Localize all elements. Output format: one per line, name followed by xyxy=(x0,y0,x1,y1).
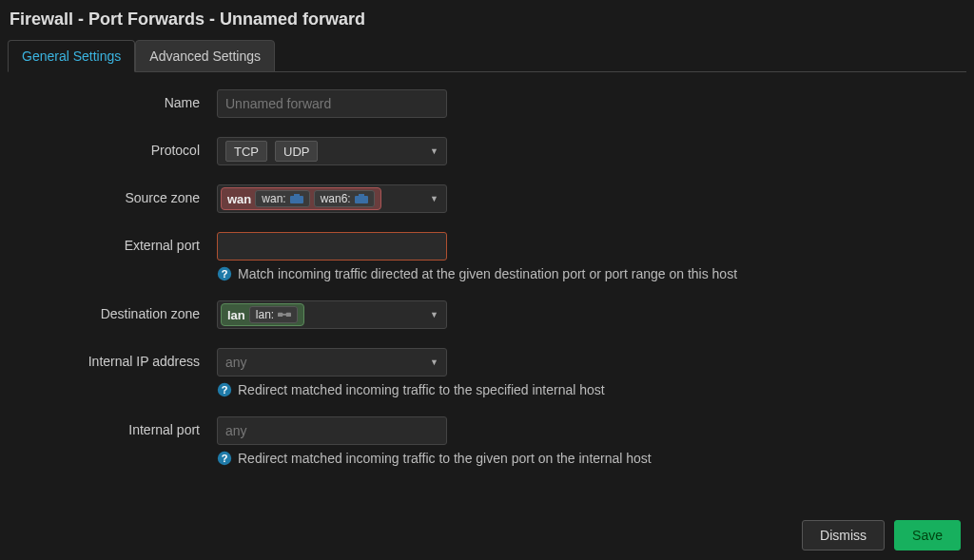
internal-port-label: Internal port xyxy=(8,416,217,437)
destination-zone-select[interactable]: lan lan: ▼ xyxy=(217,300,447,329)
tab-general-settings[interactable]: General Settings xyxy=(8,40,135,72)
chevron-down-icon: ▼ xyxy=(430,357,438,367)
svg-rect-3 xyxy=(359,194,364,197)
bridge-icon xyxy=(278,310,291,319)
protocol-chip-tcp: TCP xyxy=(225,141,267,162)
zone-name: lan xyxy=(227,308,245,322)
protocol-chip-udp: UDP xyxy=(275,141,318,162)
svg-rect-2 xyxy=(355,196,368,203)
internal-ip-hint: ? Redirect matched incoming traffic to t… xyxy=(217,382,966,397)
zone-name: wan xyxy=(227,192,251,206)
help-icon: ? xyxy=(217,266,232,281)
internal-port-input[interactable] xyxy=(217,416,447,445)
svg-rect-8 xyxy=(282,314,287,316)
svg-rect-1 xyxy=(294,194,300,197)
tab-advanced-settings[interactable]: Advanced Settings xyxy=(135,40,275,72)
svg-text:?: ? xyxy=(222,453,228,464)
iface-chip-lan: lan: xyxy=(249,306,298,323)
general-settings-form: Name Protocol TCP UDP ▼ Source zone xyxy=(8,72,966,466)
name-label: Name xyxy=(8,89,217,110)
name-input[interactable] xyxy=(217,89,447,118)
internal-ip-select[interactable]: any ▼ xyxy=(217,348,447,377)
dialog-title: Firewall - Port Forwards - Unnamed forwa… xyxy=(8,6,966,39)
protocol-label: Protocol xyxy=(8,137,217,158)
protocol-select[interactable]: TCP UDP ▼ xyxy=(217,137,447,165)
source-zone-select[interactable]: wan wan: wan6: xyxy=(217,184,447,213)
internal-ip-label: Internal IP address xyxy=(8,348,217,369)
dialog-footer: Dismiss Save xyxy=(802,520,961,550)
help-icon: ? xyxy=(217,382,232,397)
source-zone-label: Source zone xyxy=(8,184,217,205)
iface-chip-wan: wan: xyxy=(255,190,309,207)
internal-port-hint: ? Redirect matched incoming traffic to t… xyxy=(217,451,966,466)
chevron-down-icon: ▼ xyxy=(430,146,438,156)
svg-rect-0 xyxy=(290,196,303,203)
ethernet-port-icon xyxy=(355,194,368,203)
svg-text:?: ? xyxy=(222,384,228,396)
zone-badge-lan: lan lan: xyxy=(221,303,304,326)
dismiss-button[interactable]: Dismiss xyxy=(802,520,885,550)
save-button[interactable]: Save xyxy=(894,520,961,550)
external-port-input[interactable] xyxy=(217,232,447,261)
destination-zone-label: Destination zone xyxy=(8,300,217,321)
iface-chip-wan6: wan6: xyxy=(314,190,375,207)
port-forward-dialog: Firewall - Port Forwards - Unnamed forwa… xyxy=(0,0,974,560)
external-port-hint: ? Match incoming traffic directed at the… xyxy=(217,266,966,281)
svg-text:?: ? xyxy=(222,268,228,280)
help-icon: ? xyxy=(217,451,232,466)
tabs: General Settings Advanced Settings xyxy=(8,39,966,72)
ethernet-port-icon xyxy=(290,194,303,203)
zone-badge-wan: wan wan: wan6: xyxy=(221,187,381,210)
chevron-down-icon: ▼ xyxy=(430,194,438,203)
chevron-down-icon: ▼ xyxy=(430,310,438,319)
external-port-label: External port xyxy=(8,232,217,253)
